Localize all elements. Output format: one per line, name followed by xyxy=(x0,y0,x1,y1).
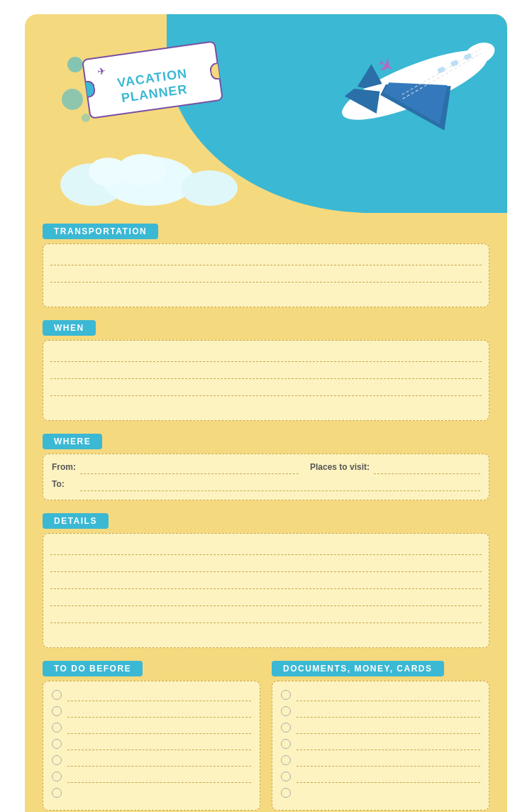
transportation-label: TRANSPORTATION xyxy=(43,224,158,239)
documents-column: Documents, money, cards xyxy=(272,661,489,811)
todo-circle-6[interactable] xyxy=(52,772,62,781)
doc-input-5[interactable] xyxy=(297,754,480,767)
details-section: DETAILS xyxy=(43,513,489,648)
todo-item-6 xyxy=(52,770,251,783)
todo-circle-2[interactable] xyxy=(52,706,62,716)
todo-label: TO DO BEFORE xyxy=(43,661,143,676)
where-to-row: To: xyxy=(52,477,480,491)
todo-circle-1[interactable] xyxy=(52,690,62,700)
top-illustration: ✈ VACATION PLANNER ✈ xyxy=(25,14,507,213)
doc-circle-1[interactable] xyxy=(281,690,291,700)
to-label: To: xyxy=(52,479,80,489)
todo-item-5 xyxy=(52,754,251,767)
todo-input-1[interactable] xyxy=(67,688,251,701)
details-line-5[interactable] xyxy=(50,608,482,623)
when-section: WHEN xyxy=(43,320,489,421)
todo-input-4[interactable] xyxy=(67,737,251,750)
transportation-line-3[interactable] xyxy=(50,284,482,300)
todo-input-2[interactable] xyxy=(67,705,251,718)
todo-circle-7[interactable] xyxy=(52,788,62,798)
doc-input-4[interactable] xyxy=(297,737,480,750)
doc-item-5 xyxy=(281,754,480,767)
doc-item-3 xyxy=(281,721,480,734)
todo-input-6[interactable] xyxy=(67,770,251,783)
where-from-row: From: Places to visit: xyxy=(52,460,480,474)
transportation-line-2[interactable] xyxy=(50,267,482,282)
details-line-3[interactable] xyxy=(50,574,482,589)
details-line-4[interactable] xyxy=(50,591,482,606)
planner-card: ✈ VACATION PLANNER ✈ TRANSPORTATION xyxy=(25,14,507,812)
where-right-places: Places to visit: xyxy=(310,460,480,474)
doc-item-2 xyxy=(281,705,480,718)
doc-item-7 xyxy=(281,786,480,799)
doc-input-6[interactable] xyxy=(297,770,480,783)
todo-item-4 xyxy=(52,737,251,750)
when-line-4[interactable] xyxy=(50,397,482,413)
places-input[interactable] xyxy=(374,460,480,474)
page-wrapper: ✈ VACATION PLANNER ✈ TRANSPORTATION xyxy=(0,0,532,812)
todo-column: TO DO BEFORE xyxy=(43,661,260,811)
doc-input-3[interactable] xyxy=(297,721,480,734)
when-box xyxy=(43,340,489,421)
todo-box xyxy=(43,681,260,811)
when-label: WHEN xyxy=(43,320,96,336)
todo-circle-3[interactable] xyxy=(52,723,62,733)
todo-item-3 xyxy=(52,721,251,734)
doc-circle-7[interactable] xyxy=(281,788,291,798)
documents-box xyxy=(272,681,489,811)
to-input[interactable] xyxy=(80,477,480,491)
where-label: WHERE xyxy=(43,434,102,449)
doc-input-1[interactable] xyxy=(297,688,480,701)
doc-input-7[interactable] xyxy=(297,786,480,799)
when-line-2[interactable] xyxy=(50,363,482,379)
todo-item-2 xyxy=(52,705,251,718)
doc-circle-2[interactable] xyxy=(281,706,291,716)
doc-item-4 xyxy=(281,737,480,750)
where-section: WHERE From: Places to visit: To: xyxy=(43,434,489,500)
doc-circle-6[interactable] xyxy=(281,772,291,781)
transportation-box xyxy=(43,243,489,307)
details-label: DETAILS xyxy=(43,513,109,529)
transportation-line-1[interactable] xyxy=(50,250,482,265)
places-label: Places to visit: xyxy=(310,462,374,472)
details-box xyxy=(43,533,489,648)
bottom-columns: TO DO BEFORE xyxy=(25,661,507,811)
documents-label: Documents, money, cards xyxy=(272,661,444,676)
from-input[interactable] xyxy=(80,460,299,474)
when-line-3[interactable] xyxy=(50,380,482,396)
doc-item-6 xyxy=(281,770,480,783)
todo-input-7[interactable] xyxy=(67,786,251,799)
todo-circle-5[interactable] xyxy=(52,755,62,765)
todo-input-3[interactable] xyxy=(67,721,251,734)
doc-item-1 xyxy=(281,688,480,701)
todo-circle-4[interactable] xyxy=(52,739,62,749)
transportation-section: TRANSPORTATION xyxy=(43,224,489,307)
where-box: From: Places to visit: To: xyxy=(43,454,489,500)
sections-area: TRANSPORTATION WHEN WHERE xyxy=(25,213,507,648)
from-label: From: xyxy=(52,462,80,472)
todo-input-5[interactable] xyxy=(67,754,251,767)
doc-circle-4[interactable] xyxy=(281,739,291,749)
todo-item-1 xyxy=(52,688,251,701)
details-line-6[interactable] xyxy=(50,625,482,640)
doc-input-2[interactable] xyxy=(297,705,480,718)
when-line-1[interactable] xyxy=(50,346,482,362)
todo-item-7 xyxy=(52,786,251,799)
details-line-2[interactable] xyxy=(50,556,482,572)
details-line-1[interactable] xyxy=(50,539,482,555)
doc-circle-3[interactable] xyxy=(281,723,291,733)
doc-circle-5[interactable] xyxy=(281,755,291,765)
